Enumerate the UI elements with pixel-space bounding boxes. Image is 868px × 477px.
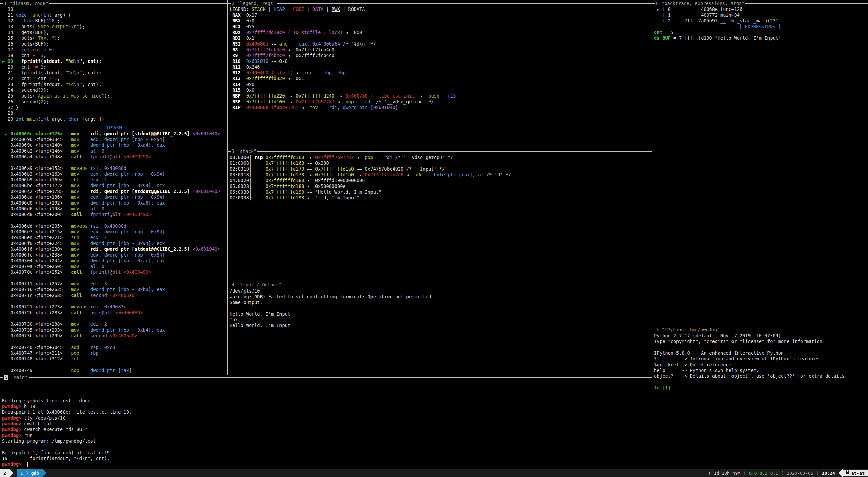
terminal-line: Hello World, I'm Input (230, 311, 431, 317)
terminal-line: 26 second(2); (2, 99, 110, 105)
terminal-line: Python 2.7.17 (default, Nov 7 2019, 10:0… (654, 333, 847, 339)
terminal-line: 13 puts("Some output:\n"); (2, 24, 110, 30)
terminal-line: R15 0x0 (230, 87, 456, 93)
terminal-line: warning: GDB: Failed to set controlling … (230, 294, 431, 300)
terminal-line: 01:0008│ 0x7fffffffd168 ◂— 0x380 (230, 160, 511, 166)
terminal-line: 17 int cnt = 0; (2, 47, 110, 53)
terminal-line: 0x400748 <func+312> ret (2, 356, 220, 362)
terminal-line (2, 217, 220, 223)
disasm-section-divider: [ DISASM ] (0, 125, 227, 131)
terminal-line: 0x400716 <func+262> mov dword ptr [rbp -… (2, 287, 220, 293)
pane-number: 4 (232, 282, 234, 287)
terminal-line: 04:0020│ 0x7fffffffd180 ◂— 0xffffd190000… (230, 178, 511, 183)
terminal-line: 0x4006a2 <func+146> mov al, 0 (2, 148, 220, 154)
terminal-line: 03:0018│ 0x7fffffffd178 —▸ 0x7fffffffd1b… (230, 172, 511, 178)
terminal-line: RBP 0x7fffffffd220 —▸ 0x7fffffffd240 —▸ … (230, 93, 456, 99)
pane-legend-regs[interactable]: 2 "legend, regs" LEGEND: STACK | HEAP | … (228, 0, 652, 148)
stack-listing: 00:0000│ rsp 0x7fffffffd160 —▸ 0x7ffff7b… (230, 155, 511, 201)
disasm-section-label: [ DISASM ] (99, 125, 128, 131)
terminal-line (2, 362, 220, 368)
terminal-line: pwndbg> run (2, 432, 132, 438)
window-tab-gdb[interactable]: 1 ⟩ gdb (17, 469, 42, 477)
terminal-line: 21 fprintf(stdout, "%d\n", cnt); (2, 70, 110, 76)
terminal-line: 0x400749 nop dword ptr [rax] (2, 368, 220, 373)
pane-number: 2 (232, 1, 234, 6)
terminal-line: 0x4006b3 <func+163> mov ecx, dword ptr [… (2, 171, 220, 177)
program-output: /dev/pts/10warning: GDB: Failed to set c… (230, 288, 431, 329)
terminal-line: 0x4006e7 <func+215> mov ecx, dword ptr [… (2, 229, 220, 235)
terminal-line: help -> Python's own help system. (654, 368, 847, 373)
terminal-line: 0x400711 <func+257> mov edi, 3 (2, 281, 220, 287)
terminal-line: Breakpoint 1 at 0x40068e: file test.c, l… (2, 409, 132, 415)
pane-ipython[interactable]: 7 "IPython: tmp/pwndbg" Python 2.7.17 (d… (652, 327, 868, 469)
pane-title-legend-regs: 2 "legend, regs" (228, 1, 652, 6)
pane-title-ipython: 7 "IPython: tmp/pwndbg" (652, 327, 868, 333)
terminal-line: 0x400747 <func+311> pop rbp (2, 350, 220, 356)
terminal-line: 16 puts(BUF); (2, 41, 110, 47)
expressions-section-label: [ EXPRESSIONS ] (739, 24, 781, 30)
uptime: 1d 23h 49m (714, 470, 740, 476)
powerline-arrow-icon (838, 469, 843, 477)
terminal-line: 0x40071c <func+268> call second <0x4005a… (2, 293, 220, 298)
pane-input-output[interactable]: 4 "Input / Output" /dev/pts/10warning: G… (228, 282, 652, 375)
ipython-console[interactable]: Python 2.7.17 (default, Nov 7 2019, 10:0… (654, 333, 847, 391)
tmux-screen: 1 "disasm, code" 10 11 void func(int arg… (0, 0, 868, 477)
disassembly-listing: ► 0x40068e <func+126> mov rdi, qword ptr… (2, 131, 220, 373)
pane-title-text: "backtrace, expressions, args" (662, 1, 744, 6)
terminal-line: 0x400704 <func+244> mov dword ptr [rbp -… (2, 258, 220, 264)
terminal-line: R9 0x7ffff7fcb4c0 ◂— 0x7ffff7fcb4c0 (230, 53, 456, 58)
window-index: 1 (20, 470, 23, 476)
terminal-line: Type "copyright", "credits" or "license"… (654, 339, 847, 344)
terminal-line: pwndbg> cwatch cnt (2, 421, 132, 427)
terminal-line: Some output: (230, 300, 431, 305)
terminal-line: 0x40073b <func+299> call second <0x4005a… (2, 333, 220, 339)
terminal-line: 14 gets(BUF); (2, 30, 110, 35)
terminal-line: 00:0000│ rsp 0x7fffffffd160 —▸ 0x7ffff7b… (230, 155, 511, 160)
terminal-line: %quickref -> Quick reference. (654, 362, 847, 368)
session-badge[interactable]: 2 (0, 469, 10, 477)
pane-main-gdb[interactable]: 5 "Main" Reading symbols from test...don… (0, 375, 652, 469)
terminal-line: 28 (2, 110, 110, 116)
terminal-line: RDX 0x7ffff7dd18c0 (_IO_stdfile_1_lock) … (230, 30, 456, 35)
pane-title-text: "Main" (11, 375, 28, 380)
terminal-line: RAX 0x17 (230, 12, 456, 18)
terminal-line (654, 379, 847, 385)
terminal-line: 29 int main(int argc, char *argv[]) (2, 116, 110, 122)
terminal-line: 0x4006fe <func+238> mov edx, dword ptr [… (2, 252, 220, 258)
terminal-line: RBX 0x0 (230, 18, 456, 24)
terminal-line: 0x400735 <func+293> mov dword ptr [rbp -… (2, 327, 220, 333)
terminal-line: 0x400730 <func+288> mov edi, 2 (2, 321, 220, 327)
pane-disasm-code[interactable]: 1 "disasm, code" 10 11 void func(int arg… (0, 0, 227, 375)
terminal-line: Reading symbols from test...done. (2, 398, 132, 404)
terminal-line: 23 fprintf(stdout, "%d\n", cnt); (2, 82, 110, 87)
terminal-line (2, 386, 132, 392)
terminal-line: 20 cnt *= 2; (2, 64, 110, 70)
terminal-line: 18 cnt += 5; (2, 53, 110, 58)
terminal-line: 0x4006ca <func+186> mov edx, dword ptr [… (2, 194, 220, 200)
terminal-line: ► f 0 40068e func+126 (654, 6, 778, 12)
terminal-line: RIP 0x40068e (func+126) ◂— mov rdi, qwor… (230, 105, 456, 110)
terminal-line (2, 275, 220, 281)
pane-number: 3 (232, 148, 234, 154)
lock-icon (846, 472, 849, 474)
terminal-line: 0x40070c <func+252> call fprintf@plt <0x… (2, 269, 220, 275)
terminal-line: IPython 5.8.0 -- An enhanced Interactive… (654, 350, 847, 356)
terminal-line: object? -> Details about 'object', use '… (654, 373, 847, 379)
pane-stack[interactable]: 3 "stack" 00:0000│ rsp 0x7fffffffd160 —▸… (228, 148, 652, 282)
terminal-line: R13 0x7fffffffd320 ◂— 0x1 (230, 76, 456, 82)
terminal-line: 0x4006d6 <func+198> mov al, 0 (2, 206, 220, 212)
terminal-line: 02:0010│ 0x7fffffffd170 —▸ 0x7fffffffd1a… (230, 166, 511, 172)
terminal-line: R8 0x7ffff7fcb4c0 ◂— 0x7ffff7fcb4c0 (230, 47, 456, 53)
terminal-line: Breakpoint 1, func (arg=5) at test.c:19 (2, 450, 132, 456)
pane-number: 6 (656, 1, 659, 6)
pane-backtrace-expressions[interactable]: 6 "backtrace, expressions, args" ► f 0 4… (652, 0, 868, 327)
terminal-line: 0x4006a4 <func+148> call fprintf@plt <0x… (2, 154, 220, 160)
terminal-line: Thx. (230, 317, 431, 323)
terminal-line (230, 305, 431, 311)
chevron-right-icon: ⟩ (26, 470, 29, 476)
terminal-line: R12 0x4004b0 (_start) ◂— xor ebp, ebp (230, 70, 456, 76)
pane-title-input-output: 4 "Input / Output" (228, 282, 652, 288)
terminal-line: RCX 0x5 (230, 24, 456, 30)
gdb-console[interactable]: Reading symbols from test...done.pwndbg>… (2, 381, 132, 467)
powerline-arrow-icon (10, 469, 14, 477)
